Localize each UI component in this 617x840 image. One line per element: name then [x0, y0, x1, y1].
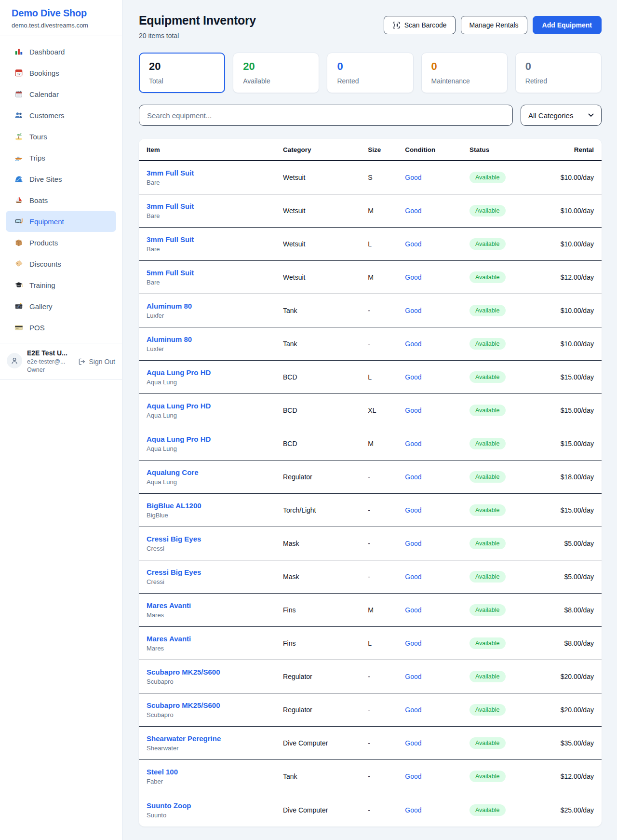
- item-name-link[interactable]: Mares Avanti: [147, 635, 191, 643]
- sidebar-item-customers[interactable]: Customers: [6, 105, 116, 126]
- category-select[interactable]: All Categories: [521, 105, 602, 126]
- item-name-link[interactable]: Steel 100: [147, 768, 178, 776]
- condition-link[interactable]: Good: [405, 573, 421, 581]
- sign-out-button[interactable]: Sign Out: [78, 358, 115, 366]
- item-name-link[interactable]: 3mm Full Suit: [147, 235, 194, 244]
- stat-card-maintenance[interactable]: 0 Maintenance: [421, 53, 508, 93]
- sidebar-item-discounts[interactable]: Discounts: [6, 253, 116, 274]
- item-name-link[interactable]: Shearwater Peregrine: [147, 734, 221, 743]
- item-brand: Luxfer: [147, 345, 283, 352]
- condition-link[interactable]: Good: [405, 207, 421, 215]
- sidebar-item-pos[interactable]: POS: [6, 317, 116, 338]
- sidebar-header: Demo Dive Shop demo.test.divestreams.com: [0, 0, 122, 36]
- condition-link[interactable]: Good: [405, 406, 421, 414]
- status-badge: Available: [469, 671, 506, 682]
- sidebar-item-calendar[interactable]: Calendar: [6, 83, 116, 105]
- item-name-link[interactable]: Cressi Big Eyes: [147, 568, 201, 576]
- table-row: Mares Avanti Mares Fins L Good Available…: [139, 627, 602, 660]
- header-actions: Scan Barcode Manage Rentals Add Equipmen…: [384, 16, 602, 34]
- item-name-link[interactable]: Cressi Big Eyes: [147, 535, 201, 543]
- item-name-link[interactable]: Aluminum 80: [147, 335, 192, 343]
- table-row: Steel 100 Faber Tank - Good Available $1…: [139, 760, 602, 793]
- condition-link[interactable]: Good: [405, 639, 421, 647]
- category-cell: BCD: [283, 440, 368, 447]
- condition-link[interactable]: Good: [405, 673, 421, 680]
- sidebar-item-tours[interactable]: Tours: [6, 126, 116, 147]
- search-input[interactable]: [139, 105, 513, 126]
- stat-label: Rented: [337, 77, 403, 85]
- col-header-rental: Rental: [532, 146, 594, 153]
- status-cell: Available: [469, 804, 532, 816]
- item-name-link[interactable]: BigBlue AL1200: [147, 501, 201, 510]
- table-row: Scubapro MK25/S600 Scubapro Regulator - …: [139, 660, 602, 693]
- condition-link[interactable]: Good: [405, 440, 421, 447]
- status-cell: Available: [469, 571, 532, 583]
- item-name-link[interactable]: Aqua Lung Pro HD: [147, 368, 211, 377]
- sidebar-item-boats[interactable]: Boats: [6, 190, 116, 211]
- stat-card-total[interactable]: 20 Total: [139, 53, 225, 93]
- stat-card-available[interactable]: 20 Available: [233, 53, 319, 93]
- sidebar-item-dashboard[interactable]: Dashboard: [6, 41, 116, 62]
- status-badge: Available: [469, 438, 506, 449]
- condition-link[interactable]: Good: [405, 806, 421, 814]
- spiral-calendar-icon: [14, 90, 23, 99]
- table-row: 3mm Full Suit Bare Wetsuit S Good Availa…: [139, 161, 602, 194]
- status-cell: Available: [469, 438, 532, 449]
- condition-link[interactable]: Good: [405, 273, 421, 281]
- condition-link[interactable]: Good: [405, 706, 421, 714]
- item-cell: Cressi Big Eyes Cressi: [147, 568, 283, 585]
- condition-link[interactable]: Good: [405, 240, 421, 248]
- item-name-link[interactable]: 5mm Full Suit: [147, 269, 194, 277]
- item-name-link[interactable]: Aqua Lung Pro HD: [147, 435, 211, 443]
- category-cell: BCD: [283, 373, 368, 381]
- stat-card-retired[interactable]: 0 Retired: [515, 53, 602, 93]
- condition-cell: Good: [405, 273, 469, 281]
- rental-cell: $15.00/day: [532, 406, 594, 414]
- condition-link[interactable]: Good: [405, 307, 421, 314]
- condition-link[interactable]: Good: [405, 739, 421, 747]
- item-cell: 3mm Full Suit Bare: [147, 202, 283, 219]
- sidebar-item-gallery[interactable]: Gallery: [6, 296, 116, 317]
- item-name-link[interactable]: Scubapro MK25/S600: [147, 668, 220, 676]
- sidebar-item-trips[interactable]: Trips: [6, 147, 116, 168]
- sidebar-item-label: Tours: [29, 133, 47, 141]
- rental-cell: $12.00/day: [532, 273, 594, 281]
- status-badge: Available: [469, 604, 506, 616]
- condition-link[interactable]: Good: [405, 772, 421, 780]
- manage-rentals-label: Manage Rentals: [469, 21, 519, 29]
- item-name-link[interactable]: Aqua Lung Pro HD: [147, 402, 211, 410]
- item-name-link[interactable]: 3mm Full Suit: [147, 202, 194, 210]
- scan-barcode-label: Scan Barcode: [404, 21, 447, 29]
- sign-out-label: Sign Out: [89, 358, 115, 366]
- condition-link[interactable]: Good: [405, 340, 421, 348]
- sidebar-item-products[interactable]: Products: [6, 232, 116, 253]
- scan-barcode-button[interactable]: Scan Barcode: [384, 16, 456, 34]
- condition-link[interactable]: Good: [405, 473, 421, 481]
- status-cell: Available: [469, 504, 532, 516]
- item-name-link[interactable]: 3mm Full Suit: [147, 169, 194, 177]
- sidebar-item-training[interactable]: Training: [6, 274, 116, 296]
- condition-link[interactable]: Good: [405, 506, 421, 514]
- condition-link[interactable]: Good: [405, 540, 421, 547]
- item-cell: Aqualung Core Aqua Lung: [147, 468, 283, 486]
- item-cell: Shearwater Peregrine Shearwater: [147, 734, 283, 752]
- item-name-link[interactable]: Scubapro MK25/S600: [147, 701, 220, 709]
- item-name-link[interactable]: Mares Avanti: [147, 601, 191, 610]
- sidebar-item-equipment[interactable]: Equipment: [6, 211, 116, 232]
- item-cell: Suunto Zoop Suunto: [147, 801, 283, 819]
- item-name-link[interactable]: Aluminum 80: [147, 302, 192, 310]
- sidebar-item-label: Bookings: [29, 69, 59, 77]
- sidebar-item-dive-sites[interactable]: Dive Sites: [6, 168, 116, 190]
- item-name-link[interactable]: Suunto Zoop: [147, 801, 191, 810]
- condition-link[interactable]: Good: [405, 174, 421, 181]
- sidebar-nav: Dashboard 17 Bookings Calendar Customers…: [0, 36, 122, 338]
- condition-link[interactable]: Good: [405, 606, 421, 614]
- stat-card-rented[interactable]: 0 Rented: [327, 53, 413, 93]
- sidebar-item-bookings[interactable]: 17 Bookings: [6, 62, 116, 83]
- item-brand: Faber: [147, 778, 283, 785]
- sidebar-item-label: Discounts: [29, 260, 61, 268]
- item-name-link[interactable]: Aqualung Core: [147, 468, 199, 476]
- manage-rentals-button[interactable]: Manage Rentals: [461, 16, 527, 34]
- condition-link[interactable]: Good: [405, 373, 421, 381]
- add-equipment-button[interactable]: Add Equipment: [533, 16, 602, 34]
